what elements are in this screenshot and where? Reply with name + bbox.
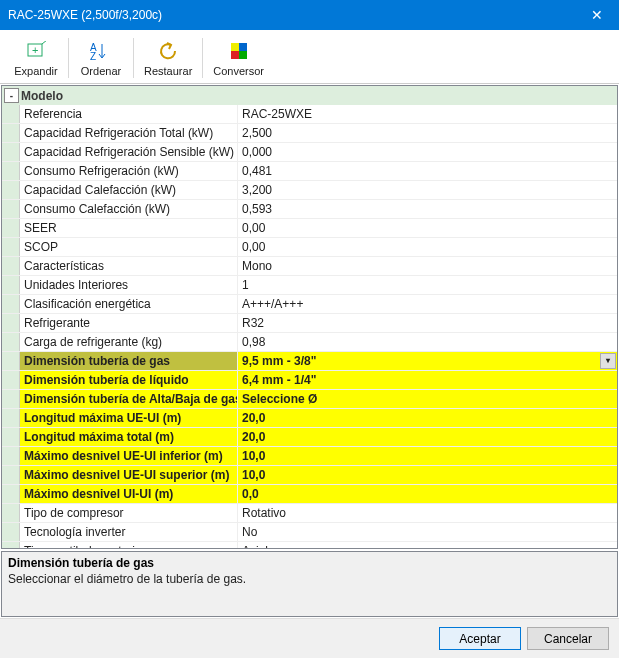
property-row[interactable]: Capacidad Calefacción (kW)3,200	[2, 181, 617, 200]
property-value[interactable]: 0,0	[238, 485, 617, 503]
property-row[interactable]: RefrigeranteR32	[2, 314, 617, 333]
row-gutter	[2, 371, 20, 389]
property-label: Dimensión tubería de Alta/Baja de gas	[20, 390, 238, 408]
ok-button[interactable]: Aceptar	[439, 627, 521, 650]
row-gutter	[2, 276, 20, 294]
svg-text:Z: Z	[90, 51, 96, 61]
restore-icon	[157, 39, 179, 63]
toolbar: + Expandir AZ Ordenar Restaurar Converso…	[0, 30, 619, 84]
property-value[interactable]: 9,5 mm - 3/8"▾	[238, 352, 617, 370]
property-row[interactable]: Dimensión tubería de Alta/Baja de gasSel…	[2, 390, 617, 409]
property-value-text: 20,0	[242, 411, 265, 425]
button-bar: Aceptar Cancelar	[0, 618, 619, 658]
restore-label: Restaurar	[144, 65, 192, 77]
close-button[interactable]: ✕	[574, 0, 619, 30]
property-row[interactable]: SCOP0,00	[2, 238, 617, 257]
row-gutter	[2, 181, 20, 199]
converter-button[interactable]: Conversor	[205, 33, 272, 83]
property-row[interactable]: Longitud máxima total (m)20,0	[2, 428, 617, 447]
property-row[interactable]: Carga de refrigerante (kg)0,98	[2, 333, 617, 352]
row-gutter	[2, 428, 20, 446]
property-value[interactable]: Axial	[238, 542, 617, 548]
property-row[interactable]: Máximo desnivel UI-UI (m)0,0	[2, 485, 617, 504]
property-value[interactable]: Rotativo	[238, 504, 617, 522]
property-label: Carga de refrigerante (kg)	[20, 333, 238, 351]
property-row[interactable]: Tecnología inverterNo	[2, 523, 617, 542]
property-row[interactable]: CaracterísticasMono	[2, 257, 617, 276]
sort-button[interactable]: AZ Ordenar	[71, 33, 131, 83]
converter-label: Conversor	[213, 65, 264, 77]
property-value[interactable]: 20,0	[238, 409, 617, 427]
property-label: Consumo Refrigeración (kW)	[20, 162, 238, 180]
property-label: Dimensión tubería de líquido	[20, 371, 238, 389]
property-value[interactable]: 3,200	[238, 181, 617, 199]
close-icon: ✕	[591, 7, 603, 23]
property-value[interactable]: 0,98	[238, 333, 617, 351]
row-gutter	[2, 257, 20, 275]
property-value[interactable]: RAC-25WXE	[238, 105, 617, 123]
row-gutter	[2, 143, 20, 161]
property-value[interactable]: No	[238, 523, 617, 541]
property-row[interactable]: Capacidad Refrigeración Total (kW)2,500	[2, 124, 617, 143]
property-row[interactable]: Clasificación energéticaA+++/A+++	[2, 295, 617, 314]
property-value-text: Mono	[242, 259, 272, 273]
property-label: Tipo ventilador exterior	[20, 542, 238, 548]
converter-icon	[228, 39, 250, 63]
toolbar-separator	[68, 38, 69, 78]
property-value-text: 3,200	[242, 183, 272, 197]
row-gutter	[2, 219, 20, 237]
property-value-text: A+++/A+++	[242, 297, 303, 311]
property-value-text: 6,4 mm - 1/4"	[242, 373, 316, 387]
property-value[interactable]: 0,481	[238, 162, 617, 180]
category-toggle[interactable]: -	[4, 88, 19, 103]
help-title: Dimensión tubería de gas	[8, 556, 611, 570]
property-value[interactable]: 0,000	[238, 143, 617, 161]
row-gutter	[2, 314, 20, 332]
property-value-text: 10,0	[242, 468, 265, 482]
restore-button[interactable]: Restaurar	[136, 33, 200, 83]
row-gutter	[2, 105, 20, 123]
property-value[interactable]: 6,4 mm - 1/4"	[238, 371, 617, 389]
property-value-text: 9,5 mm - 3/8"	[242, 354, 316, 368]
property-row[interactable]: Capacidad Refrigeración Sensible (kW)0,0…	[2, 143, 617, 162]
cancel-button[interactable]: Cancelar	[527, 627, 609, 650]
dropdown-button[interactable]: ▾	[600, 353, 616, 369]
property-row[interactable]: SEER0,00	[2, 219, 617, 238]
property-grid-scroll[interactable]: - Modelo ReferenciaRAC-25WXECapacidad Re…	[2, 86, 617, 548]
property-value[interactable]: R32	[238, 314, 617, 332]
expand-icon: +	[25, 39, 47, 63]
property-value[interactable]: 0,593	[238, 200, 617, 218]
property-value[interactable]: 0,00	[238, 238, 617, 256]
property-value[interactable]: Mono	[238, 257, 617, 275]
category-label: Modelo	[21, 89, 63, 103]
property-label: Máximo desnivel UE-UI superior (m)	[20, 466, 238, 484]
property-value[interactable]: A+++/A+++	[238, 295, 617, 313]
expand-button[interactable]: + Expandir	[6, 33, 66, 83]
property-value-text: 10,0	[242, 449, 265, 463]
titlebar: RAC-25WXE (2,500f/3,200c) ✕	[0, 0, 619, 30]
property-value[interactable]: 10,0	[238, 466, 617, 484]
property-row[interactable]: Dimensión tubería de líquido6,4 mm - 1/4…	[2, 371, 617, 390]
property-value[interactable]: 10,0	[238, 447, 617, 465]
property-value[interactable]: 20,0	[238, 428, 617, 446]
property-row[interactable]: Tipo de compresorRotativo	[2, 504, 617, 523]
property-value[interactable]: 0,00	[238, 219, 617, 237]
property-row[interactable]: Máximo desnivel UE-UI superior (m)10,0	[2, 466, 617, 485]
category-row[interactable]: - Modelo	[2, 86, 617, 105]
property-row[interactable]: ReferenciaRAC-25WXE	[2, 105, 617, 124]
property-value[interactable]: 1	[238, 276, 617, 294]
property-value[interactable]: Seleccione Ø	[238, 390, 617, 408]
property-value[interactable]: 2,500	[238, 124, 617, 142]
property-value-text: Rotativo	[242, 506, 286, 520]
property-row[interactable]: Máximo desnivel UE-UI inferior (m)10,0	[2, 447, 617, 466]
svg-rect-8	[231, 51, 239, 59]
property-label: Longitud máxima UE-UI (m)	[20, 409, 238, 427]
property-row[interactable]: Consumo Calefacción (kW)0,593	[2, 200, 617, 219]
property-row[interactable]: Longitud máxima UE-UI (m)20,0	[2, 409, 617, 428]
property-value-text: No	[242, 525, 257, 539]
property-row[interactable]: Dimensión tubería de gas9,5 mm - 3/8"▾	[2, 352, 617, 371]
property-row[interactable]: Unidades Interiores1	[2, 276, 617, 295]
property-row[interactable]: Consumo Refrigeración (kW)0,481	[2, 162, 617, 181]
property-row[interactable]: Tipo ventilador exteriorAxial	[2, 542, 617, 548]
property-label: Dimensión tubería de gas	[20, 352, 238, 370]
